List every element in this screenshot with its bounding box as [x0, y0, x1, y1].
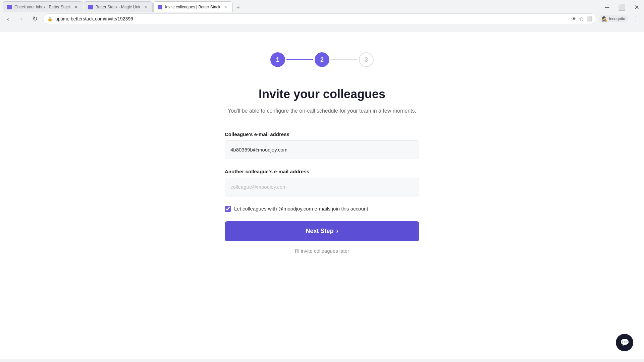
back-button[interactable]: ‹: [3, 13, 13, 24]
step-3-number: 3: [365, 56, 368, 63]
bookmark-icon[interactable]: ☆: [579, 16, 584, 22]
extensions-icon[interactable]: ⬜: [586, 16, 592, 21]
tab-1[interactable]: Check your inbox | Better Stack ×: [3, 1, 83, 12]
incognito-icon: 🕵: [602, 16, 607, 21]
next-step-label: Next Step: [306, 228, 333, 235]
next-step-button[interactable]: Next Step ›: [225, 221, 419, 241]
email2-input[interactable]: [225, 178, 419, 196]
email-input[interactable]: [225, 140, 419, 159]
more-options-button[interactable]: ⋮: [631, 13, 641, 24]
address-text: uptime.betterstack.com/invite/192396: [55, 16, 569, 21]
lock-icon: 🔒: [47, 16, 53, 21]
address-bar-row: ‹ › ↻ 🔒 uptime.betterstack.com/invite/19…: [0, 12, 644, 25]
address-bar[interactable]: 🔒 uptime.betterstack.com/invite/192396 👁…: [43, 13, 596, 24]
address-bar-icons: 👁 ☆ ⬜: [572, 16, 592, 22]
no-tracking-icon[interactable]: 👁: [572, 16, 576, 21]
email-label: Colleague's e-mail address: [225, 131, 289, 137]
tab-2-close-button[interactable]: ×: [143, 4, 148, 10]
tab-3-title: Invite colleagues | Better Stack: [165, 5, 220, 9]
domain-checkbox[interactable]: [225, 206, 231, 212]
step-3-item: 3: [359, 52, 374, 67]
tab-1-favicon: [7, 5, 12, 9]
minimize-button[interactable]: ─: [602, 3, 612, 12]
next-step-chevron-icon: ›: [336, 228, 338, 235]
close-window-button[interactable]: ✕: [632, 3, 641, 12]
forward-button[interactable]: ›: [16, 13, 27, 24]
tab-1-close-button[interactable]: ×: [73, 4, 79, 10]
window-controls: ─ ⬜ ✕: [602, 3, 641, 12]
chat-bubble[interactable]: 💬: [616, 334, 633, 351]
incognito-badge: 🕵 Incognito: [599, 15, 628, 22]
step-2-number: 2: [320, 56, 324, 63]
tab-3-favicon: [158, 5, 162, 9]
stepper: 1 2 3: [270, 52, 374, 67]
refresh-button[interactable]: ↻: [30, 13, 40, 24]
chat-icon: 💬: [620, 338, 629, 347]
step-3-circle: 3: [359, 52, 374, 67]
page-subtitle: You'll be able to configure the on-call …: [225, 107, 419, 115]
step-connector-1-2: [286, 59, 313, 60]
tab-2[interactable]: Better Stack - Magic Link ×: [84, 1, 153, 12]
bottom-scrollbar: [0, 359, 644, 362]
tab-3-close-button[interactable]: ×: [223, 4, 228, 10]
tab-2-favicon: [88, 5, 93, 9]
form-container: Invite your colleagues You'll be able to…: [225, 87, 419, 254]
email2-label: Another colleague's e-mail address: [225, 169, 309, 174]
checkbox-row: Let colleagues with @moodjoy.com e-mails…: [225, 206, 368, 212]
step-2-circle: 2: [315, 52, 329, 67]
page-content: 1 2 3 Invite your colleagues You'll be a…: [0, 32, 644, 362]
restore-button[interactable]: ⬜: [617, 3, 627, 12]
step-1-number: 1: [276, 56, 279, 63]
tab-3[interactable]: Invite colleagues | Better Stack ×: [153, 1, 233, 12]
tab-1-title: Check your inbox | Better Stack: [14, 5, 71, 9]
checkbox-label: Let colleagues with @moodjoy.com e-mails…: [234, 206, 368, 212]
step-1-item: 1: [270, 52, 285, 67]
page-title: Invite your colleagues: [225, 87, 419, 101]
step-1-circle: 1: [270, 52, 285, 67]
tab-2-title: Better Stack - Magic Link: [96, 5, 140, 9]
skip-link[interactable]: I'll invite colleagues later: [225, 248, 419, 254]
step-2-item: 2: [315, 52, 329, 67]
step-connector-2-3: [331, 59, 358, 60]
tabs-bar: Check your inbox | Better Stack × Better…: [0, 0, 644, 12]
new-tab-button[interactable]: +: [233, 3, 243, 12]
browser-chrome: Check your inbox | Better Stack × Better…: [0, 0, 644, 32]
incognito-label: Incognito: [609, 16, 625, 21]
